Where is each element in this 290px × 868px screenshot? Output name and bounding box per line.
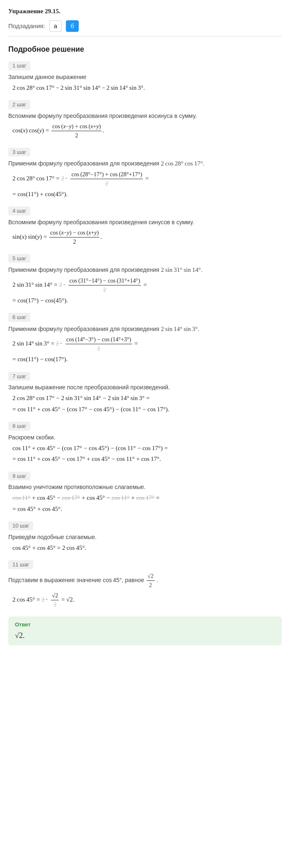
step-1-math: 2 cos 28° cos 17° − 2 sin 31° sin 14° − … (12, 83, 282, 93)
step-8-line1: cos 11° + cos 45° − (cos 17° − cos 45°) … (12, 444, 282, 453)
step-8-label: 8 шаг (8, 422, 30, 431)
step-9-line2: = cos 45° + cos 45°. (12, 504, 282, 514)
step-6-label: 6 шаг (8, 313, 30, 322)
step-6-description: Применим формулу преобразования для прои… (8, 324, 282, 334)
subtask-a-button[interactable]: а (49, 20, 62, 32)
step-11-line1: 2 cos 45° = 2 · √2 2 = √2. (12, 591, 282, 609)
answer-block: Ответ √2. (8, 616, 282, 646)
step-7-line2: = cos 11° + cos 45° − (cos 17° − cos 45°… (12, 405, 282, 414)
step-6: 6 шаг Применим формулу преобразования дл… (8, 312, 282, 364)
step-9-label: 9 шаг (8, 472, 30, 481)
subtask-b-button[interactable]: б (66, 20, 79, 32)
step-1-description: Запишем данное выражение (8, 73, 282, 82)
step-7-description: Запишем выражение после преобразований п… (8, 383, 282, 392)
step-1: 1 шаг Запишем данное выражение 2 cos 28°… (8, 61, 282, 92)
step-8-description: Раскроем скобки. (8, 433, 282, 442)
section-title: Подробное решение (8, 44, 282, 55)
step-7-label: 7 шаг (8, 372, 30, 381)
step-3-description: Применим формулу преобразования для прои… (8, 159, 282, 168)
step-4-description: Вспомним формулу преобразования произвед… (8, 218, 282, 227)
step-2: 2 шаг Вспомним формулу преобразования пр… (8, 100, 282, 140)
step-9-description: Взаимно уничтожим противоположные слагае… (8, 483, 282, 492)
step-6-line2: = cos(11°) − cos(17°). (12, 355, 282, 364)
answer-label: Ответ (15, 621, 275, 629)
step-2-label: 2 шаг (8, 100, 30, 109)
step-6-line1: 2 sin 14° sin 3° = 2 · cos (14°−3°) − co… (12, 335, 282, 353)
page-title: Упражнение 29.15. (8, 7, 282, 16)
step-9: 9 шаг Взаимно уничтожим противоположные … (8, 471, 282, 514)
step-7-line1: 2 cos 28° cos 17° − 2 sin 31° sin 14° − … (12, 393, 282, 403)
step-8: 8 шаг Раскроем скобки. cos 11° + cos 45°… (8, 421, 282, 464)
step-3-line2: = cos(11°) + cos(45°). (12, 189, 282, 199)
step-2-description: Вспомним формулу преобразования произвед… (8, 112, 282, 120)
step-10-description: Приведём подобные слагаемые. (8, 533, 282, 542)
step-5-description: Применим формулу преобразования для прои… (8, 265, 282, 275)
step-4-label: 4 шаг (8, 206, 30, 216)
step-4: 4 шаг Вспомним формулу преобразования пр… (8, 206, 282, 246)
step-1-label: 1 шаг (8, 61, 30, 70)
step-8-line2: = cos 11° + cos 45° − cos 17° + cos 45° … (12, 454, 282, 464)
step-5: 5 шаг Применим формулу преобразования дл… (8, 254, 282, 305)
step-4-formula: sin(x) sin(y) = cos (x−y) − cos (x+y) 2 … (12, 228, 282, 246)
step-7: 7 шаг Запишем выражение после преобразов… (8, 372, 282, 414)
step-11: 11 шаг Подставим в выражение значение co… (8, 560, 282, 609)
step-5-line2: = cos(17°) − cos(45°). (12, 296, 282, 305)
step-5-label: 5 шаг (8, 254, 30, 263)
step-3: 3 шаг Применим формулу преобразования дл… (8, 147, 282, 199)
step-5-line1: 2 sin 31° sin 14° = 2 · cos (31°−14°) − … (12, 276, 282, 294)
step-9-line1: cos 11° + cos 45° − cos 17° + cos 45° − … (12, 493, 282, 503)
step-3-line1: 2 cos 28° cos 17° = 2 · cos (28°−17°) + … (12, 170, 282, 188)
subtasks-label: Подзадания: (8, 22, 45, 31)
step-3-label: 3 шаг (8, 148, 30, 157)
step-11-label: 11 шаг (8, 560, 33, 569)
step-2-formula: cos(x) cos(y) = cos (x−y) + cos (x+y) 2 … (12, 122, 282, 140)
step-10-line1: cos 45° + cos 45° = 2 cos 45°. (12, 543, 282, 553)
step-10-label: 10 шаг (8, 521, 33, 530)
step-10: 10 шаг Приведём подобные слагаемые. cos … (8, 521, 282, 552)
answer-value: √2. (15, 630, 275, 641)
step-11-description: Подставим в выражение значение cos 45°, … (8, 572, 282, 590)
